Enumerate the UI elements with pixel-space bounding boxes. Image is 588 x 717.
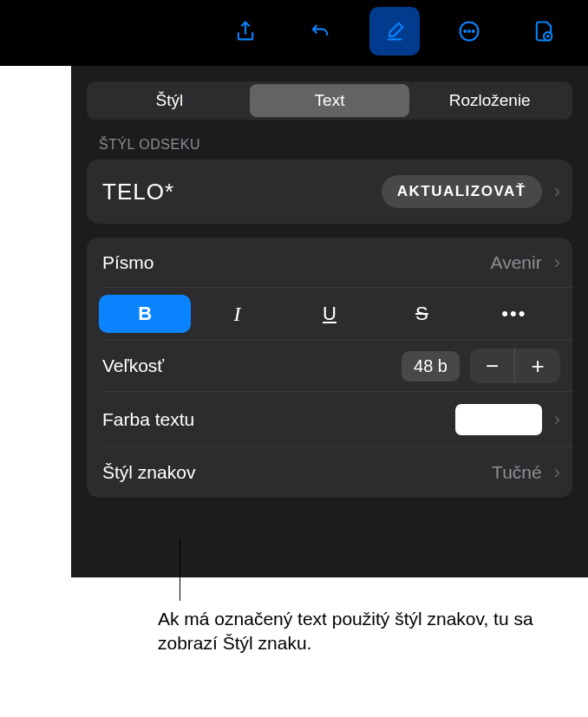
size-decrease-button[interactable]: − [470, 349, 515, 383]
callout-leader-line [180, 538, 180, 601]
chevron-right-icon: › [554, 408, 560, 431]
panel-tabs: Štýl Text Rozloženie [87, 81, 572, 120]
character-style-row[interactable]: Štýl znakov Tučné › [87, 447, 572, 498]
strikethrough-button[interactable]: S [376, 295, 467, 333]
chevron-right-icon: › [554, 180, 560, 203]
size-label: Veľkosť [102, 355, 391, 376]
callout-text: Ak má označený text použitý štýl znakov,… [158, 577, 548, 656]
font-value: Avenir [491, 252, 542, 273]
paragraph-style-name: TELO* [102, 179, 373, 205]
size-row: Veľkosť 48 b − + [87, 340, 572, 392]
text-color-row[interactable]: Farba textu › [87, 392, 572, 447]
paragraph-style-row[interactable]: TELO* AKTUALIZOVAŤ › [87, 160, 572, 224]
document-icon [532, 19, 556, 43]
format-button[interactable] [369, 7, 420, 55]
text-color-label: Farba textu [102, 409, 447, 430]
bold-button[interactable]: B [99, 295, 191, 333]
app-frame: Štýl Text Rozloženie ŠTÝL ODSEKU TELO* A… [0, 0, 588, 577]
share-button[interactable] [220, 7, 271, 55]
font-card: Písmo Avenir › B I U S ••• Veľkosť 48 b … [87, 238, 572, 498]
font-label: Písmo [102, 252, 482, 273]
format-buttons-row: B I U S ••• [87, 288, 572, 340]
undo-icon [308, 19, 332, 43]
share-icon [233, 19, 258, 43]
toolbar [0, 0, 588, 66]
tab-style[interactable]: Štýl [89, 84, 250, 117]
chevron-right-icon: › [554, 461, 560, 484]
format-brush-icon [382, 19, 407, 43]
format-panel: Štýl Text Rozloženie ŠTÝL ODSEKU TELO* A… [71, 66, 588, 577]
text-color-swatch[interactable] [455, 404, 542, 435]
paragraph-style-header: ŠTÝL ODSEKU [99, 137, 572, 153]
document-canvas-edge [0, 66, 71, 577]
svg-point-2 [468, 30, 470, 32]
size-increase-button[interactable]: + [515, 349, 560, 383]
chevron-right-icon: › [554, 251, 560, 274]
undo-button[interactable] [295, 7, 345, 55]
tab-text[interactable]: Text [250, 84, 410, 117]
character-style-value: Tučné [492, 462, 542, 483]
document-button[interactable] [519, 7, 569, 55]
svg-point-3 [473, 30, 474, 32]
font-row[interactable]: Písmo Avenir › [87, 238, 572, 288]
svg-point-1 [464, 30, 466, 32]
paragraph-style-section: ŠTÝL ODSEKU TELO* AKTUALIZOVAŤ › [87, 134, 572, 224]
italic-button[interactable]: I [191, 295, 283, 333]
size-stepper: − + [470, 349, 560, 383]
paragraph-style-card: TELO* AKTUALIZOVAŤ › [87, 160, 572, 224]
more-icon [457, 19, 481, 43]
character-style-label: Štýl znakov [102, 462, 483, 483]
annotation-callout: Ak má označený text použitý štýl znakov,… [158, 577, 548, 656]
size-value[interactable]: 48 b [402, 351, 460, 381]
update-button[interactable]: AKTUALIZOVAŤ [382, 175, 542, 208]
more-format-button[interactable]: ••• [468, 295, 560, 333]
underline-button[interactable]: U [284, 295, 376, 333]
content-area: Štýl Text Rozloženie ŠTÝL ODSEKU TELO* A… [0, 66, 588, 577]
tab-layout[interactable]: Rozloženie [409, 84, 570, 117]
more-button[interactable] [444, 7, 494, 55]
